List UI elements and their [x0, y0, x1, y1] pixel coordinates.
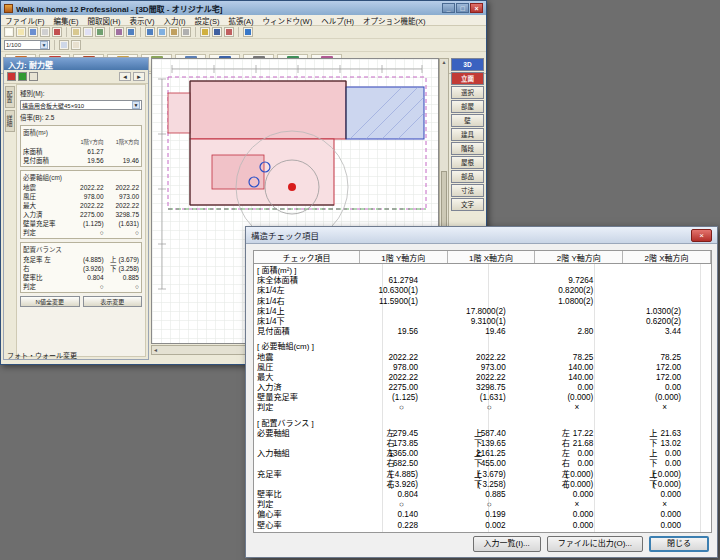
dialog-button-ファイルに出力(O)...[interactable]: ファイルに出力(O)...: [547, 536, 643, 552]
wall-kind-select[interactable]: 構造用合板大壁45×910 ▼: [20, 100, 142, 110]
undo-icon[interactable]: [95, 27, 105, 37]
menu-item[interactable]: 入力(I): [164, 15, 186, 26]
panel-next-button[interactable]: ►: [133, 72, 145, 81]
strip-button-壁[interactable]: 壁: [451, 114, 484, 127]
strip-button-階段[interactable]: 階段: [451, 142, 484, 155]
required-wall-box: 必要軸組(cm)地震2022.222022.22風圧978.00973.00最大…: [20, 170, 142, 239]
wall-red-icon[interactable]: [7, 72, 16, 81]
select-icon[interactable]: [71, 40, 81, 50]
print-icon[interactable]: [40, 27, 50, 37]
table-row: 最大2022.222022.22140.00172.00: [254, 373, 711, 383]
panel-button[interactable]: 表示変更: [83, 296, 143, 307]
scroll-left-icon[interactable]: ◄: [153, 347, 158, 353]
strip-button-部屋[interactable]: 部屋: [451, 100, 484, 113]
column-header: 1階 X軸方向: [448, 251, 536, 263]
panel-data-row: 右(3.926)下 (3.258): [23, 264, 139, 273]
panel-prev-button[interactable]: ◄: [119, 72, 131, 81]
panel-data-row: 判定○○: [23, 282, 139, 291]
strip-button-立面[interactable]: 立面: [451, 72, 484, 85]
menu-bar: ファイル(F)編集(E)間取図(H)表示(V)入力(I)設定(S)拡張(A)ウィ…: [1, 15, 486, 26]
table-row: 判定○○××: [254, 500, 711, 510]
help-icon[interactable]: [243, 27, 253, 37]
column-header: チェック項目: [254, 251, 360, 263]
panel-tab-詳細[interactable]: 詳細: [5, 110, 15, 132]
open-file-icon[interactable]: [16, 27, 26, 37]
toolbar-standard: [1, 26, 486, 39]
panel-data-row: 充足率 左(4.885)上 (3.679): [23, 255, 139, 264]
table-row: 壁量充足率(1.125)(1.631)(0.000)(0.000): [254, 393, 711, 403]
zoom-out-icon[interactable]: [145, 27, 155, 37]
panel-data-row: 壁率比0.8040.885: [23, 273, 139, 282]
panel-data-row: 地震2022.222022.22: [23, 183, 139, 192]
dialog-titlebar[interactable]: 構造チェック項目 ×: [246, 227, 717, 244]
close-button[interactable]: ×: [470, 3, 483, 13]
table-row: 床1/4右11.5900(1)1.0800(2): [254, 297, 711, 307]
panel-title: 入力: 耐力壁: [4, 58, 148, 70]
strip-button-建具[interactable]: 建具: [451, 128, 484, 141]
strip-button-寸法[interactable]: 寸法: [451, 184, 484, 197]
menu-item[interactable]: ウィンドウ(W): [263, 15, 313, 26]
panel-data-row: 壁量充足率(1.125)(1.631): [23, 219, 139, 228]
strip-button-3D[interactable]: 3D: [451, 58, 484, 71]
column-header: 1階 Y軸方向: [360, 251, 448, 263]
window-titlebar[interactable]: Walk in home 12 Professional - [3D間取 - オ…: [1, 1, 486, 15]
table-row: 床全体面積61.27949.7264: [254, 276, 711, 286]
3d-view-icon[interactable]: [212, 27, 222, 37]
new-file-icon[interactable]: [4, 27, 14, 37]
menu-item[interactable]: 表示(V): [130, 15, 155, 26]
table-row: 壁心率0.2280.0020.0000.000: [254, 521, 711, 531]
table-row: 見付面積19.5619.462.803.44: [254, 327, 711, 337]
menu-item[interactable]: ファイル(F): [5, 15, 45, 26]
minimize-button[interactable]: _: [442, 3, 455, 13]
menu-item[interactable]: オプション機能(X): [363, 15, 426, 26]
wall-green-icon[interactable]: [18, 72, 27, 81]
column-header: 2階 X軸方向: [623, 251, 711, 263]
chevron-down-icon: ▼: [40, 41, 48, 49]
status-text: フォト・ウォール変更: [7, 350, 77, 360]
table-row: 入力済2275.003298.750.000.00: [254, 383, 711, 393]
zoom-in-icon[interactable]: [126, 27, 136, 37]
table-row: 床1/4左10.6300(1)0.8200(2): [254, 286, 711, 296]
maximize-button[interactable]: □: [456, 3, 469, 13]
area-box: 面積(m²)1階Y方向1階X方向床面積61.27見付面積19.5619.46: [20, 125, 142, 167]
zoom-fit-icon[interactable]: [157, 27, 167, 37]
dialog-buttons: 入力一覧(I)...ファイルに出力(O)...閉じる: [473, 536, 709, 552]
grid-icon[interactable]: [181, 27, 191, 37]
panel-data-row: 見付面積19.5619.46: [23, 156, 139, 165]
dialog-button-閉じる[interactable]: 閉じる: [649, 536, 709, 552]
panel-tab-配置[interactable]: 配置: [5, 86, 15, 108]
strip-button-選択[interactable]: 選択: [451, 86, 484, 99]
layer-icon[interactable]: [169, 27, 179, 37]
panel-toolbar: ◄ ►: [4, 70, 148, 84]
menu-item[interactable]: 拡張(A): [229, 15, 254, 26]
strip-button-部品[interactable]: 部品: [451, 170, 484, 183]
menu-item[interactable]: ヘルプ(H): [321, 15, 354, 26]
menu-item[interactable]: 編集(E): [54, 15, 79, 26]
measure-icon[interactable]: [200, 27, 210, 37]
table-row: 床1/4下9.3100(1)0.6200(2): [254, 317, 711, 327]
cut-icon[interactable]: [52, 27, 62, 37]
dialog-title: 構造チェック項目: [251, 229, 319, 241]
scroll-up-icon[interactable]: ▲: [442, 59, 447, 65]
menu-item[interactable]: 設定(S): [195, 15, 220, 26]
copy-icon[interactable]: [71, 27, 81, 37]
strip-button-屋根[interactable]: 屋根: [451, 156, 484, 169]
paste-icon[interactable]: [83, 27, 93, 37]
panel-button[interactable]: N値全変更: [20, 296, 80, 307]
edit-icon[interactable]: [29, 72, 38, 81]
save-icon[interactable]: [28, 27, 38, 37]
table-row: 偏心率0.1400.1990.0000.000: [254, 510, 711, 520]
panel-data-row: 判定○○: [23, 228, 139, 237]
dialog-button-入力一覧(I)...[interactable]: 入力一覧(I)...: [473, 536, 541, 552]
panel-tabs: 配置詳細: [5, 86, 15, 132]
menu-item[interactable]: 間取図(H): [88, 15, 121, 26]
table-row: 風圧978.00973.00140.00172.00: [254, 363, 711, 373]
scale-combo[interactable]: 1/100 ▼: [4, 40, 50, 50]
redo-icon[interactable]: [114, 27, 124, 37]
pan-icon[interactable]: [59, 40, 69, 50]
table-header-row: チェック項目1階 Y軸方向1階 X軸方向2階 Y軸方向2階 X軸方向: [254, 251, 711, 264]
palette-icon[interactable]: [224, 27, 234, 37]
dialog-close-icon[interactable]: ×: [691, 229, 712, 242]
strip-button-文字[interactable]: 文字: [451, 198, 484, 211]
table-row: 壁率比0.8040.8850.0000.000: [254, 490, 711, 500]
